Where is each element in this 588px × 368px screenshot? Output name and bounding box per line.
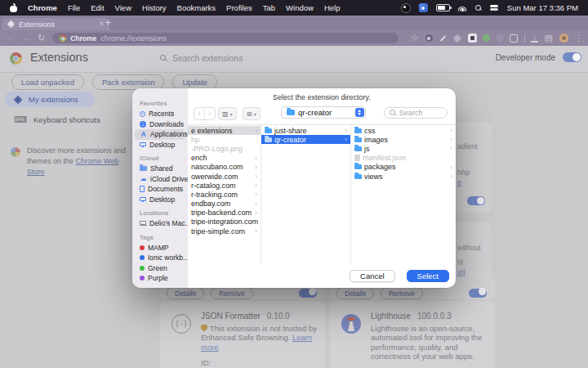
sidebar-item-delios-mac[interactable]: Delio's Mac... xyxy=(132,218,188,229)
cancel-button[interactable]: Cancel xyxy=(350,270,395,282)
tab-extensions[interactable]: Extensions × xyxy=(2,18,109,30)
menu-window[interactable]: Window xyxy=(286,3,314,12)
sidebar-item-applications[interactable]: AApplications xyxy=(135,129,185,140)
extension-icon-green[interactable] xyxy=(483,34,490,42)
file-label: r-catalog.com xyxy=(191,182,236,190)
menu-file[interactable]: File xyxy=(68,3,80,12)
extension-icon-puzzle[interactable] xyxy=(453,34,461,43)
card-link-fragment[interactable]: e xyxy=(457,178,461,186)
file-row-manifest[interactable]: manifest.json xyxy=(351,154,456,163)
file-row[interactable]: r-tracking.com› xyxy=(188,190,261,199)
sidebar-item-keyboard-shortcuts[interactable]: ⌨ Keyboard shortcuts xyxy=(5,112,100,128)
select-button[interactable]: Select xyxy=(407,270,449,282)
extension-name: Lighthouse xyxy=(371,312,411,321)
remove-button[interactable]: Remove xyxy=(381,287,423,299)
column-view-button[interactable]: ▥▾ xyxy=(218,107,237,120)
file-row[interactable]: endbay.com› xyxy=(188,200,261,209)
extension-icon-square[interactable] xyxy=(510,34,518,43)
folder-stepper[interactable] xyxy=(355,108,364,117)
extension-icon-active[interactable] xyxy=(468,34,477,43)
sidebar-item-my-extensions[interactable]: My extensions xyxy=(5,92,95,107)
file-row[interactable]: r-catalog.com› xyxy=(188,181,261,190)
card-link-fragment[interactable]: xt] xyxy=(457,268,466,276)
chevron-right-icon: › xyxy=(255,173,257,180)
menu-edit[interactable]: Edit xyxy=(91,3,104,12)
sidebar-section-icloud: iCloud xyxy=(132,155,188,162)
apple-menu-icon[interactable] xyxy=(10,3,17,12)
menu-history[interactable]: History xyxy=(142,3,167,12)
extension-icon-1[interactable] xyxy=(425,34,433,43)
folder-row-packages[interactable]: packages› xyxy=(351,163,456,172)
forward-chevron-icon[interactable]: › xyxy=(205,109,215,119)
sidebar-item-documents[interactable]: Documents xyxy=(132,184,188,195)
folder-row-just-share[interactable]: just-share› xyxy=(261,126,350,135)
tab-close-icon[interactable]: × xyxy=(100,20,104,28)
downloads-icon[interactable]: ↓ xyxy=(531,34,538,43)
sidebar-item-recents[interactable]: Recents xyxy=(132,109,188,119)
forward-icon[interactable]: → xyxy=(21,34,30,43)
side-panel-icon[interactable]: ▤ xyxy=(545,34,553,43)
sidebar-tag-green[interactable]: Green xyxy=(132,263,188,274)
details-button[interactable]: Details xyxy=(336,287,374,299)
sidebar-tag-mamp[interactable]: MAMP xyxy=(132,243,188,254)
folder-icon xyxy=(287,110,295,115)
sidebar-item-shared[interactable]: Shared xyxy=(132,164,188,174)
file-row[interactable]: owerwide.com› xyxy=(188,172,261,181)
file-row[interactable]: hp xyxy=(188,135,261,144)
file-row[interactable]: e extensions› xyxy=(188,126,261,135)
menubar-app-name[interactable]: Chrome xyxy=(28,3,57,12)
sidebar-tag-ionic[interactable]: Ionic workb... xyxy=(132,253,188,263)
extension-toggle[interactable] xyxy=(299,289,317,298)
sidebar-item-desktop[interactable]: Desktop xyxy=(132,140,188,150)
menu-profiles[interactable]: Profiles xyxy=(226,3,252,12)
battery-icon[interactable] xyxy=(436,4,450,11)
menu-view[interactable]: View xyxy=(115,3,131,12)
file-row[interactable]: nascubano.com› xyxy=(188,163,261,172)
profile-avatar[interactable] xyxy=(559,34,568,43)
extension-toggle[interactable] xyxy=(467,196,485,205)
file-row[interactable]: tripe-backend.com› xyxy=(188,209,261,218)
developer-mode-toggle[interactable] xyxy=(563,52,581,62)
load-unpacked-button[interactable]: Load unpacked xyxy=(11,74,84,90)
browser-menu-icon[interactable]: ⋮ xyxy=(574,34,583,43)
file-row[interactable]: tripe-integration.com› xyxy=(188,218,261,227)
folder-row-qr-creator-selected[interactable]: qr-creator› xyxy=(261,135,350,144)
folder-row-views[interactable]: views› xyxy=(351,172,456,181)
status-record-icon[interactable] xyxy=(401,3,411,13)
details-button[interactable]: Details xyxy=(167,287,204,299)
file-row[interactable]: tripe-simple.com› xyxy=(188,227,261,236)
menu-tab[interactable]: Tab xyxy=(263,3,275,12)
wifi-icon[interactable] xyxy=(458,5,467,11)
file-row[interactable]: -PRO-Logo.png xyxy=(188,144,261,153)
back-chevron-icon[interactable]: ‹ xyxy=(194,109,204,119)
sidebar-item-icloud-drive[interactable]: ☁iCloud Drive xyxy=(132,174,188,185)
folder-row-css[interactable]: css› xyxy=(351,126,456,135)
address-bar[interactable]: Chrome chrome://extensions xyxy=(52,33,399,43)
current-folder-dropdown[interactable]: qr-creator xyxy=(281,106,366,119)
extensions-search[interactable]: Search extensions xyxy=(160,53,243,63)
status-app-icon[interactable] xyxy=(419,3,428,12)
extension-toggle[interactable] xyxy=(469,289,487,298)
spotlight-search-icon[interactable] xyxy=(475,5,482,11)
folder-label: just-share xyxy=(274,127,307,135)
dialog-search-field[interactable]: Search xyxy=(384,107,448,119)
file-row[interactable]: ench› xyxy=(188,154,261,163)
sidebar-tag-purple[interactable]: Purple xyxy=(132,273,188,284)
folder-row-images[interactable]: images› xyxy=(351,135,456,144)
sidebar-item-downloads[interactable]: ↓Downloads xyxy=(132,119,188,130)
menu-bookmarks[interactable]: Bookmarks xyxy=(177,3,216,12)
item-label: Applications xyxy=(150,130,188,138)
reload-icon[interactable]: ↻ xyxy=(38,34,45,43)
back-icon[interactable]: ← xyxy=(5,34,14,43)
folder-row-js[interactable]: js› xyxy=(351,144,456,153)
sidebar-item-desktop-icloud[interactable]: Desktop xyxy=(132,195,188,205)
control-center-icon[interactable] xyxy=(490,5,499,11)
extension-icon-gray[interactable] xyxy=(497,34,504,42)
remove-button[interactable]: Remove xyxy=(211,287,253,299)
extension-icon-pencil[interactable] xyxy=(439,34,448,43)
new-tab-button[interactable]: + xyxy=(105,17,111,29)
menubar-clock[interactable]: Sun Mar 17 3:36 PM xyxy=(507,3,578,12)
menu-help[interactable]: Help xyxy=(324,3,341,12)
bookmark-star-icon[interactable]: ☆ xyxy=(411,34,419,43)
group-view-button[interactable]: ⊞▾ xyxy=(243,107,261,120)
